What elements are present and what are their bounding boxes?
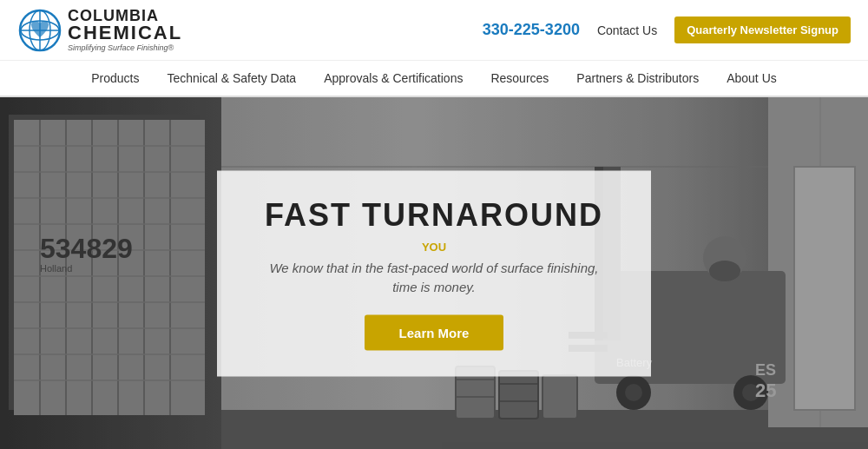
nav-item-resources[interactable]: Resources (477, 60, 562, 96)
logo-tagline-text: Simplifying Surface Finishing® (68, 44, 182, 52)
hero-you-label: YOU (260, 240, 608, 253)
contact-us-link[interactable]: Contact Us (597, 23, 657, 37)
hero-section: 534829 Holland (0, 97, 868, 449)
globe-icon (17, 8, 62, 53)
logo-chemical-text: CHEMICAL (68, 23, 182, 43)
main-nav: Products Technical & Safety Data Approva… (0, 61, 868, 97)
site-header: COLUMBIA CHEMICAL Simplifying Surface Fi… (0, 0, 868, 61)
nav-item-products[interactable]: Products (77, 60, 153, 96)
hero-title: FAST TURNAROUND (260, 196, 608, 233)
nav-item-partners[interactable]: Partners & Distributors (562, 60, 713, 96)
nav-item-technical[interactable]: Technical & Safety Data (153, 60, 310, 96)
hero-subtitle: We know that in the fast-paced world of … (260, 258, 608, 297)
hero-content-box: FAST TURNAROUND YOU We know that in the … (217, 170, 651, 376)
phone-number[interactable]: 330-225-3200 (483, 21, 580, 39)
logo: COLUMBIA CHEMICAL Simplifying Surface Fi… (17, 8, 182, 53)
newsletter-button[interactable]: Quarterly Newsletter Signup (674, 17, 851, 43)
nav-item-about[interactable]: About Us (713, 60, 791, 96)
nav-item-approvals[interactable]: Approvals & Certifications (310, 60, 477, 96)
header-contact-area: 330-225-3200 Contact Us Quarterly Newsle… (483, 17, 851, 43)
learn-more-button[interactable]: Learn More (365, 314, 504, 350)
